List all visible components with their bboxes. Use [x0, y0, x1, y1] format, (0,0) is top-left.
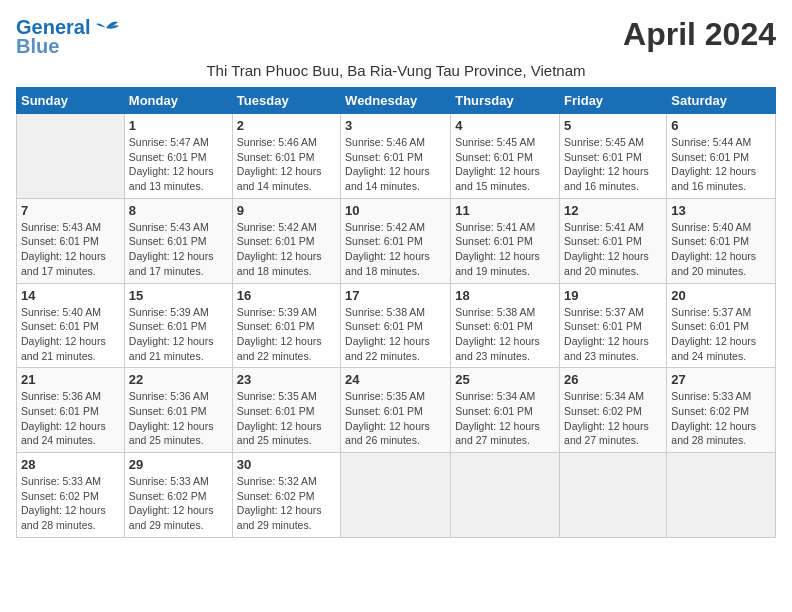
day-info: Sunrise: 5:35 AMSunset: 6:01 PMDaylight:… — [237, 389, 336, 448]
day-info: Sunrise: 5:45 AMSunset: 6:01 PMDaylight:… — [455, 135, 555, 194]
calendar-cell: 29Sunrise: 5:33 AMSunset: 6:02 PMDayligh… — [124, 453, 232, 538]
month-title: April 2024 — [623, 16, 776, 53]
header-monday: Monday — [124, 88, 232, 114]
calendar-cell: 21Sunrise: 5:36 AMSunset: 6:01 PMDayligh… — [17, 368, 125, 453]
day-number: 24 — [345, 372, 446, 387]
calendar-cell — [667, 453, 776, 538]
day-number: 1 — [129, 118, 228, 133]
day-info: Sunrise: 5:34 AMSunset: 6:02 PMDaylight:… — [564, 389, 662, 448]
calendar-cell: 7Sunrise: 5:43 AMSunset: 6:01 PMDaylight… — [17, 198, 125, 283]
calendar-cell: 8Sunrise: 5:43 AMSunset: 6:01 PMDaylight… — [124, 198, 232, 283]
day-info: Sunrise: 5:46 AMSunset: 6:01 PMDaylight:… — [237, 135, 336, 194]
calendar-cell: 3Sunrise: 5:46 AMSunset: 6:01 PMDaylight… — [341, 114, 451, 199]
calendar-cell: 23Sunrise: 5:35 AMSunset: 6:01 PMDayligh… — [232, 368, 340, 453]
day-info: Sunrise: 5:36 AMSunset: 6:01 PMDaylight:… — [129, 389, 228, 448]
day-info: Sunrise: 5:40 AMSunset: 6:01 PMDaylight:… — [21, 305, 120, 364]
day-info: Sunrise: 5:37 AMSunset: 6:01 PMDaylight:… — [564, 305, 662, 364]
day-number: 8 — [129, 203, 228, 218]
day-info: Sunrise: 5:45 AMSunset: 6:01 PMDaylight:… — [564, 135, 662, 194]
day-number: 2 — [237, 118, 336, 133]
calendar-header-row: SundayMondayTuesdayWednesdayThursdayFrid… — [17, 88, 776, 114]
day-number: 15 — [129, 288, 228, 303]
calendar-cell: 1Sunrise: 5:47 AMSunset: 6:01 PMDaylight… — [124, 114, 232, 199]
day-number: 10 — [345, 203, 446, 218]
calendar-cell: 10Sunrise: 5:42 AMSunset: 6:01 PMDayligh… — [341, 198, 451, 283]
calendar-cell — [451, 453, 560, 538]
day-info: Sunrise: 5:36 AMSunset: 6:01 PMDaylight:… — [21, 389, 120, 448]
day-info: Sunrise: 5:33 AMSunset: 6:02 PMDaylight:… — [129, 474, 228, 533]
day-info: Sunrise: 5:42 AMSunset: 6:01 PMDaylight:… — [237, 220, 336, 279]
day-number: 19 — [564, 288, 662, 303]
calendar-cell: 20Sunrise: 5:37 AMSunset: 6:01 PMDayligh… — [667, 283, 776, 368]
day-info: Sunrise: 5:44 AMSunset: 6:01 PMDaylight:… — [671, 135, 771, 194]
calendar-subtitle: Thi Tran Phuoc Buu, Ba Ria-Vung Tau Prov… — [16, 62, 776, 79]
calendar-cell: 17Sunrise: 5:38 AMSunset: 6:01 PMDayligh… — [341, 283, 451, 368]
day-number: 27 — [671, 372, 771, 387]
day-number: 13 — [671, 203, 771, 218]
calendar-cell: 4Sunrise: 5:45 AMSunset: 6:01 PMDaylight… — [451, 114, 560, 199]
calendar-week-5: 28Sunrise: 5:33 AMSunset: 6:02 PMDayligh… — [17, 453, 776, 538]
logo-blue: Blue — [16, 35, 59, 58]
header-saturday: Saturday — [667, 88, 776, 114]
calendar-cell: 15Sunrise: 5:39 AMSunset: 6:01 PMDayligh… — [124, 283, 232, 368]
day-number: 5 — [564, 118, 662, 133]
logo-bird-icon — [92, 18, 120, 38]
day-number: 20 — [671, 288, 771, 303]
day-number: 29 — [129, 457, 228, 472]
day-number: 9 — [237, 203, 336, 218]
day-number: 16 — [237, 288, 336, 303]
day-info: Sunrise: 5:38 AMSunset: 6:01 PMDaylight:… — [345, 305, 446, 364]
day-number: 23 — [237, 372, 336, 387]
calendar-cell: 11Sunrise: 5:41 AMSunset: 6:01 PMDayligh… — [451, 198, 560, 283]
day-number: 25 — [455, 372, 555, 387]
day-number: 14 — [21, 288, 120, 303]
calendar-cell: 25Sunrise: 5:34 AMSunset: 6:01 PMDayligh… — [451, 368, 560, 453]
calendar-cell: 12Sunrise: 5:41 AMSunset: 6:01 PMDayligh… — [560, 198, 667, 283]
day-info: Sunrise: 5:35 AMSunset: 6:01 PMDaylight:… — [345, 389, 446, 448]
header-sunday: Sunday — [17, 88, 125, 114]
calendar-table: SundayMondayTuesdayWednesdayThursdayFrid… — [16, 87, 776, 538]
day-info: Sunrise: 5:43 AMSunset: 6:01 PMDaylight:… — [21, 220, 120, 279]
calendar-cell: 19Sunrise: 5:37 AMSunset: 6:01 PMDayligh… — [560, 283, 667, 368]
day-info: Sunrise: 5:40 AMSunset: 6:01 PMDaylight:… — [671, 220, 771, 279]
calendar-cell: 30Sunrise: 5:32 AMSunset: 6:02 PMDayligh… — [232, 453, 340, 538]
calendar-cell: 14Sunrise: 5:40 AMSunset: 6:01 PMDayligh… — [17, 283, 125, 368]
day-info: Sunrise: 5:41 AMSunset: 6:01 PMDaylight:… — [564, 220, 662, 279]
day-number: 4 — [455, 118, 555, 133]
calendar-body: 1Sunrise: 5:47 AMSunset: 6:01 PMDaylight… — [17, 114, 776, 538]
day-number: 3 — [345, 118, 446, 133]
calendar-cell: 28Sunrise: 5:33 AMSunset: 6:02 PMDayligh… — [17, 453, 125, 538]
header-thursday: Thursday — [451, 88, 560, 114]
day-number: 7 — [21, 203, 120, 218]
calendar-cell: 24Sunrise: 5:35 AMSunset: 6:01 PMDayligh… — [341, 368, 451, 453]
day-number: 26 — [564, 372, 662, 387]
day-info: Sunrise: 5:39 AMSunset: 6:01 PMDaylight:… — [237, 305, 336, 364]
logo: General Blue — [16, 16, 120, 58]
calendar-cell: 9Sunrise: 5:42 AMSunset: 6:01 PMDaylight… — [232, 198, 340, 283]
day-info: Sunrise: 5:42 AMSunset: 6:01 PMDaylight:… — [345, 220, 446, 279]
day-info: Sunrise: 5:33 AMSunset: 6:02 PMDaylight:… — [671, 389, 771, 448]
calendar-week-1: 1Sunrise: 5:47 AMSunset: 6:01 PMDaylight… — [17, 114, 776, 199]
calendar-cell — [341, 453, 451, 538]
day-number: 21 — [21, 372, 120, 387]
calendar-cell: 27Sunrise: 5:33 AMSunset: 6:02 PMDayligh… — [667, 368, 776, 453]
day-info: Sunrise: 5:32 AMSunset: 6:02 PMDaylight:… — [237, 474, 336, 533]
day-info: Sunrise: 5:38 AMSunset: 6:01 PMDaylight:… — [455, 305, 555, 364]
day-info: Sunrise: 5:37 AMSunset: 6:01 PMDaylight:… — [671, 305, 771, 364]
day-info: Sunrise: 5:43 AMSunset: 6:01 PMDaylight:… — [129, 220, 228, 279]
calendar-cell — [560, 453, 667, 538]
header-friday: Friday — [560, 88, 667, 114]
header-wednesday: Wednesday — [341, 88, 451, 114]
day-number: 30 — [237, 457, 336, 472]
day-number: 22 — [129, 372, 228, 387]
day-info: Sunrise: 5:33 AMSunset: 6:02 PMDaylight:… — [21, 474, 120, 533]
calendar-cell: 6Sunrise: 5:44 AMSunset: 6:01 PMDaylight… — [667, 114, 776, 199]
header-tuesday: Tuesday — [232, 88, 340, 114]
calendar-cell: 2Sunrise: 5:46 AMSunset: 6:01 PMDaylight… — [232, 114, 340, 199]
day-info: Sunrise: 5:39 AMSunset: 6:01 PMDaylight:… — [129, 305, 228, 364]
day-info: Sunrise: 5:41 AMSunset: 6:01 PMDaylight:… — [455, 220, 555, 279]
calendar-cell: 18Sunrise: 5:38 AMSunset: 6:01 PMDayligh… — [451, 283, 560, 368]
day-number: 12 — [564, 203, 662, 218]
calendar-cell: 16Sunrise: 5:39 AMSunset: 6:01 PMDayligh… — [232, 283, 340, 368]
day-number: 17 — [345, 288, 446, 303]
